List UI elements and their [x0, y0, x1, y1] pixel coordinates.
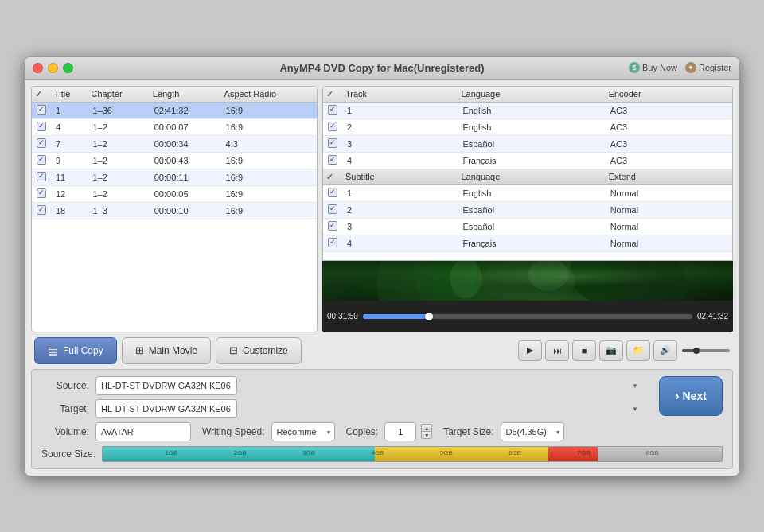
next-arrow-icon: ›	[675, 389, 679, 403]
target-size-select[interactable]: D5(4.35G)	[501, 422, 564, 441]
minimize-button[interactable]	[48, 63, 58, 73]
table-row[interactable]: 1 1–36 02:41:32 16:9	[32, 102, 317, 118]
row-language: English	[458, 102, 605, 118]
register-icon: ✦	[685, 62, 696, 73]
next-label: Next	[682, 390, 706, 402]
col-header-check: ✓	[32, 87, 51, 103]
target-select-wrap: HL-DT-ST DVDRW GA32N KE06	[96, 399, 643, 418]
row-chapter: 1–3	[88, 202, 150, 219]
row-extend: Normal	[606, 201, 732, 218]
row-chapter: 1–2	[88, 118, 150, 135]
copies-stepper: ▲ ▼	[421, 424, 432, 439]
customize-label: Customize	[243, 345, 288, 356]
row-check[interactable]	[323, 118, 342, 135]
table-row[interactable]: 4 Français Normal	[323, 235, 732, 251]
app-window: AnyMP4 DVD Copy for Mac(Unregistered) $ …	[24, 56, 740, 476]
volume-input[interactable]	[96, 422, 191, 441]
next-button[interactable]: › Next	[659, 376, 723, 416]
stop-button[interactable]: ■	[572, 340, 596, 361]
row-check[interactable]	[323, 235, 342, 251]
controls-row: ▤ Full Copy ⊞ Main Movie ⊟ Customize ▶ ⏭…	[31, 337, 733, 364]
table-row[interactable]: 12 1–2 00:00:05 16:9	[32, 185, 317, 202]
window-title: AnyMP4 DVD Copy for Mac(Unregistered)	[279, 62, 484, 74]
copies-label: Copies:	[346, 426, 379, 437]
row-language: Français	[458, 152, 605, 169]
row-track: 1	[342, 102, 458, 118]
table-row[interactable]: 1 English AC3	[323, 102, 732, 118]
target-select[interactable]: HL-DT-ST DVDRW GA32N KE06	[96, 399, 237, 418]
row-check[interactable]	[323, 184, 342, 201]
row-sub: 4	[342, 235, 458, 251]
source-select[interactable]: HL-DT-ST DVDRW GA32N KE06	[96, 376, 237, 395]
row-length: 00:00:11	[150, 169, 221, 185]
col-header-chapter: Chapter	[88, 87, 150, 103]
close-button[interactable]	[33, 63, 43, 73]
row-check[interactable]	[32, 135, 51, 152]
maximize-button[interactable]	[63, 63, 73, 73]
customize-button[interactable]: ⊟ Customize	[216, 337, 302, 364]
traffic-lights	[33, 63, 73, 73]
title-table-container: ✓ Title Chapter Length Aspect Radio 1 1–…	[31, 86, 318, 332]
form-fields: Source: HL-DT-ST DVDRW GA32N KE06 Target…	[41, 376, 643, 441]
size-bar-gray	[598, 447, 722, 461]
row-check[interactable]	[32, 152, 51, 169]
table-row[interactable]: 3 Español Normal	[323, 218, 732, 235]
table-row[interactable]: 3 Español AC3	[323, 135, 732, 152]
screenshot-button[interactable]: 📷	[599, 340, 623, 361]
row-aspect: 4:3	[221, 135, 317, 152]
register-button[interactable]: ✦ Register	[685, 62, 731, 73]
row-check[interactable]	[323, 102, 342, 118]
table-row[interactable]: 7 1–2 00:00:34 4:3	[32, 135, 317, 152]
track-col-lang: Language	[458, 87, 605, 103]
row-check[interactable]	[32, 169, 51, 185]
buy-now-button[interactable]: $ Buy Now	[629, 62, 677, 73]
fast-forward-button[interactable]: ⏭	[545, 340, 569, 361]
row-check[interactable]	[323, 201, 342, 218]
track-col-track: Track	[342, 87, 458, 103]
form-main-row: Source: HL-DT-ST DVDRW GA32N KE06 Target…	[41, 376, 723, 441]
table-row[interactable]: 18 1–3 00:00:10 16:9	[32, 202, 317, 219]
track-col-check: ✓	[323, 87, 342, 103]
right-section: ✓ Track Language Encoder 1 English	[322, 86, 733, 332]
row-length: 00:00:34	[150, 135, 221, 152]
target-label: Target:	[41, 403, 89, 414]
source-select-wrap: HL-DT-ST DVDRW GA32N KE06	[96, 376, 643, 395]
row-language: English	[458, 118, 605, 135]
row-check[interactable]	[323, 152, 342, 169]
source-row: Source: HL-DT-ST DVDRW GA32N KE06	[41, 376, 643, 395]
row-check[interactable]	[32, 185, 51, 202]
preview-overlay	[322, 261, 733, 301]
volume-button[interactable]: 🔊	[653, 340, 677, 361]
table-row[interactable]: 11 1–2 00:00:11 16:9	[32, 169, 317, 185]
register-label: Register	[699, 63, 731, 72]
main-movie-button[interactable]: ⊞ Main Movie	[122, 337, 211, 364]
row-length: 00:00:05	[150, 185, 221, 202]
full-copy-button[interactable]: ▤ Full Copy	[34, 337, 117, 364]
copies-down-button[interactable]: ▼	[421, 431, 432, 439]
row-encoder: AC3	[606, 102, 732, 118]
play-button[interactable]: ▶	[518, 340, 542, 361]
row-check[interactable]	[32, 118, 51, 135]
table-row[interactable]: 4 1–2 00:00:07 16:9	[32, 118, 317, 135]
row-check[interactable]	[323, 135, 342, 152]
target-row: Target: HL-DT-ST DVDRW GA32N KE06	[41, 399, 643, 418]
row-aspect: 16:9	[221, 152, 317, 169]
target-size-label: Target Size:	[443, 426, 493, 437]
row-check[interactable]	[323, 218, 342, 235]
video-preview: 00:31:50 02:41:32	[322, 261, 733, 332]
folder-button[interactable]: 📁	[626, 340, 650, 361]
table-row[interactable]: 1 English Normal	[323, 184, 732, 201]
row-check[interactable]	[32, 202, 51, 219]
table-row[interactable]: 2 Español Normal	[323, 201, 732, 218]
row-extend: Normal	[606, 235, 732, 251]
copies-input[interactable]	[384, 422, 416, 441]
table-row[interactable]: 9 1–2 00:00:43 16:9	[32, 152, 317, 169]
titlebar-actions: $ Buy Now ✦ Register	[629, 62, 731, 73]
subtitle-section-header: ✓ Subtitle Language Extend	[323, 169, 732, 184]
progress-bar[interactable]	[363, 314, 692, 319]
volume-slider[interactable]	[682, 349, 730, 352]
table-row[interactable]: 4 Français AC3	[323, 152, 732, 169]
row-check[interactable]	[32, 102, 51, 118]
writing-speed-select[interactable]: Recomme	[271, 422, 335, 441]
table-row[interactable]: 2 English AC3	[323, 118, 732, 135]
